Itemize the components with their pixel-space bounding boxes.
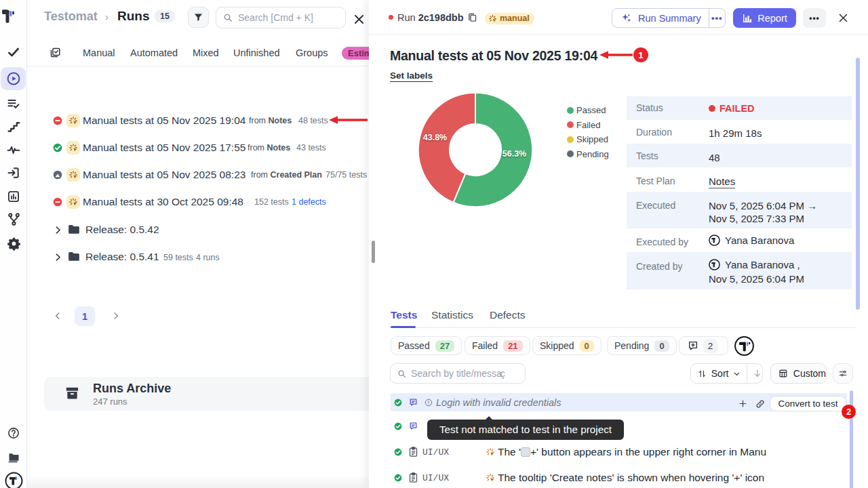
svg-text:56.3%: 56.3% bbox=[502, 149, 526, 159]
svg-text:43.8%: 43.8% bbox=[423, 133, 447, 142]
